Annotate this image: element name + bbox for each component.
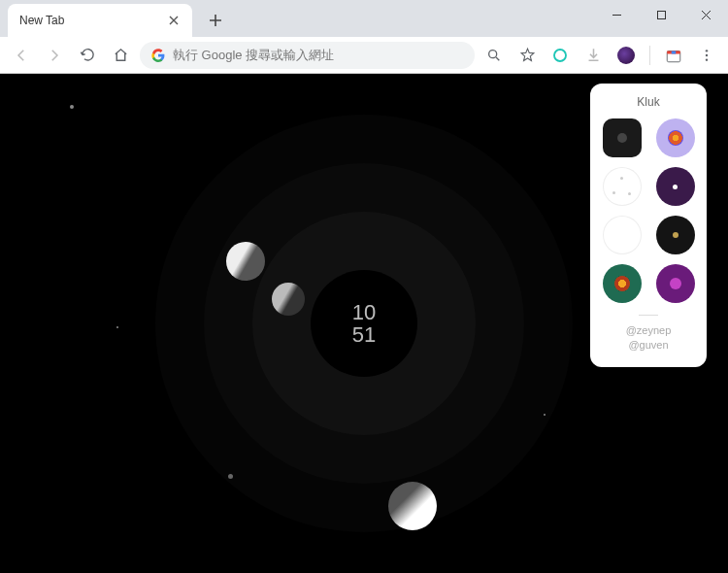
theme-panel: Kluk [590,84,707,367]
extension-ring-icon[interactable] [546,42,574,69]
download-icon[interactable] [579,42,607,69]
credit-line[interactable]: @zeynep [600,323,697,338]
browser-toolbar: 執行 Google 搜尋或輸入網址 [0,37,728,74]
omnibox-placeholder: 執行 Google 搜尋或輸入網址 [173,47,334,64]
new-tab-button[interactable] [202,7,229,34]
orbit-moon-second [388,482,437,530]
bookmark-star-icon[interactable] [513,42,541,69]
svg-point-1 [489,50,497,57]
orbit-moon-minute [272,283,305,316]
credit-line[interactable]: @guven [600,338,697,353]
svg-point-6 [706,50,708,51]
theme-swatch-grid [600,118,697,303]
clock-minutes: 51 [352,323,376,346]
close-tab-icon[interactable] [167,14,181,27]
theme-swatch-white-dots[interactable] [603,167,642,206]
toolbar-divider [649,46,650,65]
orbit-moon-hour [226,242,265,281]
theme-swatch-teal[interactable] [603,264,642,303]
star-dot [228,474,233,479]
panel-title: Kluk [600,95,697,109]
back-button[interactable] [8,42,35,69]
page-content: 10 51 Kluk [0,74,728,573]
theme-swatch-magenta[interactable] [656,264,695,303]
theme-swatch-plum[interactable] [656,167,695,206]
clock-center: 10 51 [311,270,417,377]
svg-point-2 [554,50,566,61]
menu-icon[interactable] [693,42,720,69]
svg-point-7 [706,53,708,55]
panel-credits: @zeynep @guven [600,323,697,354]
close-window-button[interactable] [683,0,728,29]
window-controls [594,0,728,29]
minimize-button[interactable] [594,0,639,29]
maximize-button[interactable] [639,0,683,29]
address-bar[interactable]: 執行 Google 搜尋或輸入網址 [140,42,475,69]
forward-button[interactable] [41,42,68,69]
svg-rect-0 [657,11,665,18]
extension-dot-icon[interactable] [612,42,640,69]
star-dot [70,105,74,109]
zoom-icon[interactable] [480,42,508,69]
theme-swatch-white-plain[interactable] [603,216,642,254]
star-dot [544,414,546,416]
theme-swatch-black[interactable] [656,216,695,254]
clock-hours: 10 [352,301,376,323]
panel-divider [639,315,658,316]
window-titlebar: New Tab [0,0,728,37]
svg-point-8 [706,58,708,60]
svg-rect-5 [672,51,677,53]
theme-swatch-dark[interactable] [603,118,642,157]
google-icon [151,49,165,62]
home-button[interactable] [107,42,134,69]
browser-tab[interactable]: New Tab [8,4,192,37]
reload-button[interactable] [74,42,101,69]
star-dot [116,326,118,328]
tab-title: New Tab [19,14,159,27]
extension-calendar-icon[interactable] [660,42,687,69]
theme-swatch-lavender[interactable] [656,118,695,157]
